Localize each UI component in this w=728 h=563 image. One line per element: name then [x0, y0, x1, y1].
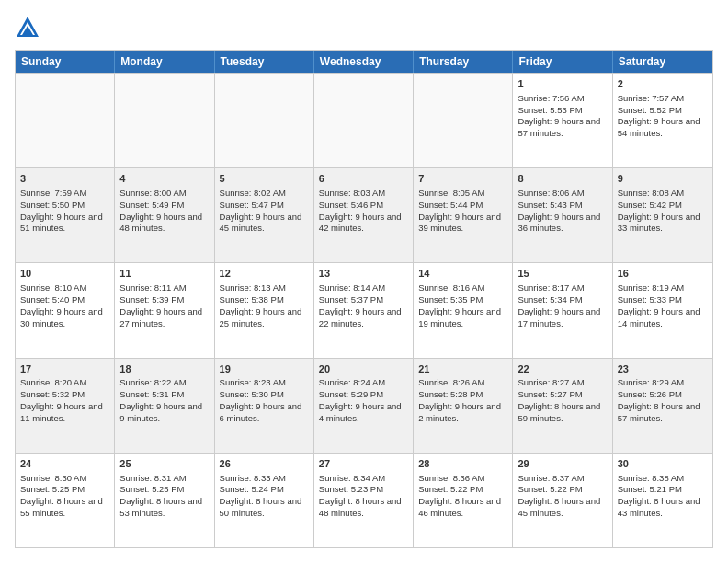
- calendar-cell: 7Sunrise: 8:05 AMSunset: 5:44 PMDaylight…: [414, 168, 513, 262]
- day-number: 6: [319, 172, 408, 186]
- sunset-text: Sunset: 5:31 PM: [119, 389, 184, 399]
- calendar-cell: 16Sunrise: 8:19 AMSunset: 5:33 PMDayligh…: [613, 263, 712, 357]
- sunrise-text: Sunrise: 8:23 AM: [220, 377, 286, 387]
- sunrise-text: Sunrise: 8:34 AM: [319, 473, 385, 483]
- day-number: 20: [319, 362, 408, 376]
- daylight-text: Daylight: 9 hours and 19 minutes.: [418, 306, 501, 328]
- day-number: 22: [518, 362, 607, 376]
- day-number: 27: [319, 457, 408, 471]
- sunset-text: Sunset: 5:26 PM: [618, 389, 682, 399]
- daylight-text: Daylight: 8 hours and 45 minutes.: [518, 496, 600, 518]
- day-number: 17: [20, 362, 109, 376]
- calendar-cell: 19Sunrise: 8:23 AMSunset: 5:30 PMDayligh…: [215, 359, 314, 453]
- day-number: 23: [618, 362, 708, 376]
- sunset-text: Sunset: 5:24 PM: [220, 484, 284, 494]
- calendar-cell: 6Sunrise: 8:03 AMSunset: 5:46 PMDaylight…: [314, 168, 414, 262]
- sunrise-text: Sunrise: 8:31 AM: [119, 473, 186, 483]
- calendar-cell: 23Sunrise: 8:29 AMSunset: 5:26 PMDayligh…: [613, 359, 712, 453]
- daylight-text: Daylight: 9 hours and 30 minutes.: [20, 306, 103, 328]
- sunset-text: Sunset: 5:27 PM: [518, 389, 582, 399]
- calendar-cell: 13Sunrise: 8:14 AMSunset: 5:37 PMDayligh…: [314, 263, 414, 357]
- day-number: 25: [119, 457, 209, 471]
- header: [15, 15, 713, 40]
- sunset-text: Sunset: 5:50 PM: [20, 200, 85, 210]
- calendar-day-header: Wednesday: [314, 51, 414, 73]
- daylight-text: Daylight: 8 hours and 46 minutes.: [418, 496, 501, 518]
- calendar-header: SundayMondayTuesdayWednesdayThursdayFrid…: [16, 51, 712, 73]
- calendar-cell: 10Sunrise: 8:10 AMSunset: 5:40 PMDayligh…: [16, 263, 115, 357]
- daylight-text: Daylight: 9 hours and 14 minutes.: [618, 306, 700, 328]
- calendar-cell: 14Sunrise: 8:16 AMSunset: 5:35 PMDayligh…: [414, 263, 513, 357]
- sunset-text: Sunset: 5:21 PM: [618, 484, 682, 494]
- calendar-cell: 18Sunrise: 8:22 AMSunset: 5:31 PMDayligh…: [115, 359, 214, 453]
- sunrise-text: Sunrise: 8:22 AM: [119, 377, 186, 387]
- sunset-text: Sunset: 5:53 PM: [518, 105, 582, 115]
- calendar-cell: [16, 74, 115, 167]
- calendar-cell: 22Sunrise: 8:27 AMSunset: 5:27 PMDayligh…: [513, 359, 612, 453]
- sunrise-text: Sunrise: 8:08 AM: [618, 188, 684, 198]
- daylight-text: Daylight: 9 hours and 22 minutes.: [319, 306, 402, 328]
- day-number: 11: [119, 267, 209, 281]
- day-number: 29: [518, 457, 607, 471]
- daylight-text: Daylight: 9 hours and 36 minutes.: [518, 212, 600, 234]
- calendar-day-header: Sunday: [16, 51, 115, 73]
- sunrise-text: Sunrise: 8:11 AM: [119, 282, 186, 293]
- sunset-text: Sunset: 5:39 PM: [119, 294, 184, 304]
- calendar-week: 10Sunrise: 8:10 AMSunset: 5:40 PMDayligh…: [16, 262, 712, 357]
- daylight-text: Daylight: 9 hours and 42 minutes.: [319, 212, 402, 234]
- sunrise-text: Sunrise: 8:02 AM: [220, 188, 286, 198]
- sunrise-text: Sunrise: 8:19 AM: [618, 282, 684, 293]
- calendar-day-header: Saturday: [613, 51, 712, 73]
- sunrise-text: Sunrise: 7:57 AM: [618, 93, 684, 103]
- calendar-cell: [115, 74, 214, 167]
- sunset-text: Sunset: 5:42 PM: [618, 200, 682, 210]
- day-number: 26: [220, 457, 309, 471]
- sunset-text: Sunset: 5:32 PM: [20, 389, 85, 399]
- daylight-text: Daylight: 9 hours and 2 minutes.: [418, 401, 501, 423]
- daylight-text: Daylight: 8 hours and 57 minutes.: [618, 401, 700, 423]
- daylight-text: Daylight: 9 hours and 27 minutes.: [119, 306, 202, 328]
- sunrise-text: Sunrise: 8:36 AM: [418, 473, 484, 483]
- sunrise-text: Sunrise: 8:29 AM: [618, 377, 684, 387]
- calendar-cell: 1Sunrise: 7:56 AMSunset: 5:53 PMDaylight…: [513, 74, 612, 167]
- sunset-text: Sunset: 5:30 PM: [220, 389, 284, 399]
- calendar-week: 1Sunrise: 7:56 AMSunset: 5:53 PMDaylight…: [16, 73, 712, 167]
- day-number: 5: [220, 172, 309, 186]
- calendar-cell: 28Sunrise: 8:36 AMSunset: 5:22 PMDayligh…: [414, 454, 513, 547]
- calendar-day-header: Thursday: [414, 51, 513, 73]
- sunrise-text: Sunrise: 8:03 AM: [319, 188, 385, 198]
- sunrise-text: Sunrise: 8:06 AM: [518, 188, 584, 198]
- calendar-cell: 21Sunrise: 8:26 AMSunset: 5:28 PMDayligh…: [414, 359, 513, 453]
- sunrise-text: Sunrise: 8:16 AM: [418, 282, 484, 293]
- sunset-text: Sunset: 5:22 PM: [418, 484, 483, 494]
- calendar-cell: [314, 74, 414, 167]
- day-number: 1: [518, 77, 607, 91]
- day-number: 8: [518, 172, 607, 186]
- daylight-text: Daylight: 9 hours and 6 minutes.: [220, 401, 302, 423]
- sunset-text: Sunset: 5:49 PM: [119, 200, 184, 210]
- sunrise-text: Sunrise: 7:56 AM: [518, 93, 584, 103]
- sunset-text: Sunset: 5:37 PM: [319, 294, 383, 304]
- daylight-text: Daylight: 9 hours and 17 minutes.: [518, 306, 600, 328]
- calendar-day-header: Monday: [115, 51, 214, 73]
- day-number: 9: [618, 172, 708, 186]
- calendar-cell: 11Sunrise: 8:11 AMSunset: 5:39 PMDayligh…: [115, 263, 214, 357]
- page: SundayMondayTuesdayWednesdayThursdayFrid…: [0, 0, 728, 563]
- day-number: 15: [518, 267, 607, 281]
- daylight-text: Daylight: 8 hours and 59 minutes.: [518, 401, 600, 423]
- sunrise-text: Sunrise: 8:24 AM: [319, 377, 385, 387]
- sunset-text: Sunset: 5:34 PM: [518, 294, 582, 304]
- sunset-text: Sunset: 5:44 PM: [418, 200, 483, 210]
- calendar-body: 1Sunrise: 7:56 AMSunset: 5:53 PMDaylight…: [16, 73, 712, 547]
- sunrise-text: Sunrise: 8:05 AM: [418, 188, 484, 198]
- calendar-cell: 26Sunrise: 8:33 AMSunset: 5:24 PMDayligh…: [215, 454, 314, 547]
- sunrise-text: Sunrise: 8:20 AM: [20, 377, 86, 387]
- calendar-cell: 8Sunrise: 8:06 AMSunset: 5:43 PMDaylight…: [513, 168, 612, 262]
- sunset-text: Sunset: 5:29 PM: [319, 389, 383, 399]
- day-number: 2: [618, 77, 708, 91]
- daylight-text: Daylight: 9 hours and 48 minutes.: [119, 212, 202, 234]
- calendar-week: 24Sunrise: 8:30 AMSunset: 5:25 PMDayligh…: [16, 453, 712, 547]
- sunrise-text: Sunrise: 8:10 AM: [20, 282, 86, 293]
- sunset-text: Sunset: 5:28 PM: [418, 389, 483, 399]
- calendar-cell: 4Sunrise: 8:00 AMSunset: 5:49 PMDaylight…: [115, 168, 214, 262]
